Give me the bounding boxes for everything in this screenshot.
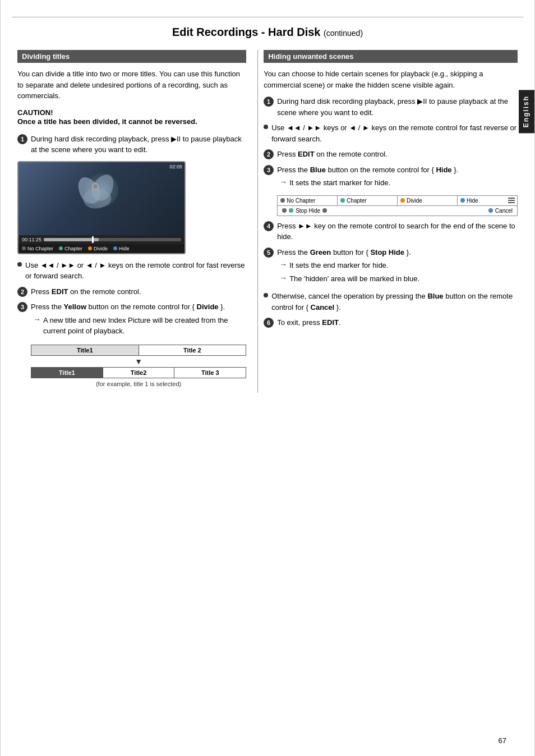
title-main: Edit Recordings - Hard Disk — [172, 26, 321, 38]
page-title: Edit Recordings - Hard Disk (continued) — [1, 26, 534, 39]
hide-dot-hide — [460, 198, 465, 203]
step-num-3-right: 3 — [264, 165, 274, 175]
blue-bold: Blue — [310, 166, 326, 174]
right-step-4: 4 Press ►► key on the remote control to … — [264, 221, 518, 242]
hide-dot-chapter — [340, 198, 345, 203]
cancel-dot — [488, 208, 493, 213]
right-step-2: 2 Press EDIT on the remote control. — [264, 149, 518, 160]
hide-dot-no-chapter — [280, 198, 285, 203]
title-suffix: (continued) — [324, 29, 363, 38]
right-column: Hiding unwanted scenes You can choose to… — [257, 50, 518, 393]
step-num-2-right: 2 — [264, 149, 274, 159]
left-column: Dividing titles You can divide a title i… — [17, 50, 257, 393]
left-step-1: 1 During hard disk recording playback, p… — [17, 134, 246, 155]
tv-current-time: 00:11:25 — [22, 237, 41, 242]
stop-hide-end-dot — [322, 208, 327, 213]
hide-label-hide: Hide — [467, 198, 478, 204]
stop-hide-section: Stop Hide — [289, 208, 486, 214]
progress-marker — [92, 236, 94, 243]
caution-title: CAUTION! — [17, 108, 246, 117]
right-arrow-note-1: It sets the start marker for hide. — [289, 177, 390, 189]
progress-fill — [44, 238, 99, 241]
tv-progress-bar: 00:11:25 — [19, 235, 185, 244]
title-cell-title2-top: Title 2 — [139, 345, 246, 355]
right-step-6-text: To exit, press EDIT. — [277, 317, 340, 328]
step-num-5-right: 5 — [264, 248, 274, 258]
divide-bold: Divide — [197, 303, 219, 311]
title-cell-bottom-2: Title2 — [103, 368, 174, 378]
page-wrapper: English Edit Recordings - Hard Disk (con… — [0, 0, 535, 756]
step-num-1: 1 — [17, 134, 27, 144]
legend-label-no-chapter: No Chapter — [27, 246, 53, 251]
title-cell-bottom-1: Title1 — [31, 368, 103, 378]
hide-label-no-chapter: No Chapter — [287, 198, 315, 204]
right-step-1-text: During hard disk recording playback, pre… — [277, 96, 518, 118]
blue-bold-2: Blue — [427, 292, 443, 300]
for-example-text: (for example, title 1 is selected) — [31, 381, 246, 387]
step-num-2-left: 2 — [17, 287, 27, 297]
left-step-3: 3 Press the Yellow button on the remote … — [17, 301, 246, 339]
dot-hide — [113, 246, 117, 250]
legend-chapter: Chapter — [59, 246, 82, 251]
hide-col-hide: Hide — [458, 196, 517, 205]
page-number: 67 — [499, 736, 506, 745]
right-step-5-content: Press the Green button for { Stop Hide }… — [277, 247, 419, 287]
title-row-bottom: Title1 Title2 Title 3 — [31, 367, 246, 378]
legend-label-chapter: Chapter — [64, 246, 82, 251]
right-bullet-1: Use ◄◄ / ►► keys or ◄ / ► keys on the re… — [264, 122, 518, 144]
right-arrow-icon-1: → — [279, 177, 287, 186]
hide-label-chapter: Chapter — [347, 198, 367, 204]
legend-label-hide: Hide — [119, 246, 130, 251]
title-cell-bottom-3: Title 3 — [174, 368, 246, 378]
right-step-3-text: Press the Blue button on the remote cont… — [277, 166, 458, 174]
right-step-6: 6 To exit, press EDIT. — [264, 317, 518, 328]
right-step-3-content: Press the Blue button on the remote cont… — [277, 164, 458, 191]
right-step-4-text: Press ►► key on the remote control to se… — [277, 221, 518, 242]
right-bullet-1-text: Use ◄◄ / ►► keys or ◄ / ► keys on the re… — [271, 122, 518, 144]
stop-hide-dot — [289, 208, 293, 213]
progress-bar — [44, 238, 181, 241]
tv-screen: 02:05 00:11:25 No Chapter — [17, 161, 186, 254]
dot-chapter — [59, 246, 63, 250]
right-arrow-note-3: The 'hidden' area will be marked in blue… — [289, 273, 419, 285]
title-divider-arrow: ▼ — [31, 357, 246, 366]
stop-hide-bold: Stop Hide — [370, 248, 404, 256]
hide-diagram-top: No Chapter Chapter Divide Hide — [278, 196, 517, 206]
two-column-layout: Dividing titles You can divide a title i… — [1, 50, 534, 393]
caution-body: Once a title has been divided, it cannot… — [17, 117, 246, 127]
right-bullet-2: Otherwise, cancel the operation by press… — [264, 291, 518, 313]
hide-diagram: No Chapter Chapter Divide Hide — [277, 195, 518, 216]
tv-end-time: 02:05 — [169, 164, 182, 169]
step-num-3-left: 3 — [17, 302, 27, 312]
right-bullet-dot-2 — [264, 293, 268, 297]
dividing-intro: You can divide a title into two or more … — [17, 68, 246, 102]
hide-col-no-chapter: No Chapter — [278, 196, 338, 205]
title-cell-title1-top: Title1 — [31, 345, 139, 355]
hide-col-chapter: Chapter — [338, 196, 398, 205]
right-bullet-dot-1 — [264, 125, 268, 129]
edit-bold: EDIT — [52, 287, 68, 296]
right-arrow-note-2: It sets the end marker for hide. — [289, 260, 388, 271]
arrow-right-icon: → — [33, 315, 41, 324]
yellow-bold: Yellow — [64, 303, 86, 311]
caution-block: CAUTION! Once a title has been divided, … — [17, 108, 246, 127]
right-step-5: 5 Press the Green button for { Stop Hide… — [264, 247, 518, 287]
step-2-text: Press EDIT on the remote control. — [31, 286, 141, 297]
right-step-2-text: Press EDIT on the remote control. — [277, 149, 388, 160]
right-step-5-text: Press the Green button for { Stop Hide }… — [277, 248, 411, 256]
right-arrow-1: → It sets the start marker for hide. — [279, 177, 458, 189]
right-arrow-3: → The 'hidden' area will be marked in bl… — [279, 273, 419, 285]
legend-label-divide: Divide — [94, 246, 108, 251]
legend-hide: Hide — [113, 246, 130, 251]
tv-image: 02:05 — [19, 162, 185, 235]
green-bold: Green — [310, 248, 331, 256]
title-row-top: Title1 Title 2 — [31, 345, 246, 356]
right-arrow-icon-3: → — [279, 273, 287, 282]
step-num-1-right: 1 — [264, 97, 274, 107]
dividing-titles-header: Dividing titles — [17, 50, 246, 63]
bottom-dot — [282, 208, 287, 213]
cancel-bold: Cancel — [311, 303, 335, 311]
arrow-note-text: A new title and new Index Picture will b… — [43, 315, 246, 337]
title-diagram: Title1 Title 2 ▼ Title1 Title2 Title 3 (… — [31, 345, 246, 387]
hide-bold: Hide — [436, 166, 451, 174]
